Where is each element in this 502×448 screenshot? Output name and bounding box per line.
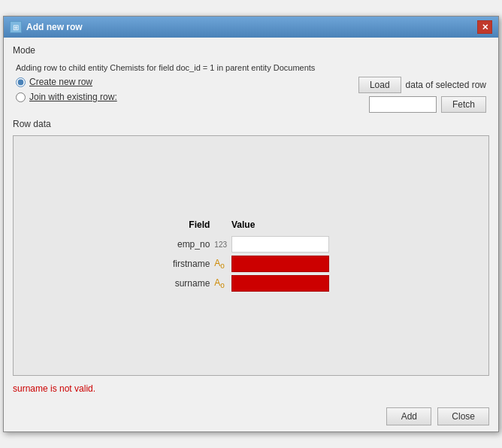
add-button[interactable]: Add: [386, 407, 431, 425]
dialog-icon: ⊞: [10, 21, 22, 33]
fetch-button[interactable]: Fetch: [441, 96, 486, 113]
close-icon-button[interactable]: ✕: [477, 20, 492, 34]
join-row-input[interactable]: [369, 96, 437, 113]
field-type-firstname: Ao: [214, 258, 227, 270]
field-name-firstname: firstname: [173, 259, 210, 269]
fetch-row: Fetch: [369, 96, 486, 113]
dialog-container: ⊞ Add new row ✕ Mode Adding row to child…: [3, 16, 499, 432]
value-input-empno[interactable]: [231, 236, 329, 253]
field-type-surname: Ao: [214, 277, 227, 289]
radio-create-new[interactable]: Create new row: [16, 77, 117, 87]
dialog-title: Add new row: [26, 22, 83, 32]
data-of-selected-row-text: data of selected row: [406, 80, 486, 90]
value-input-surname[interactable]: [231, 275, 329, 292]
radio-create-new-input[interactable]: [16, 77, 26, 87]
mode-label: Mode: [13, 45, 489, 56]
mode-description: Adding row to child entity Chemists for …: [16, 63, 489, 72]
radio-join-existing[interactable]: Join with existing row:: [16, 92, 117, 102]
radio-join-existing-input[interactable]: [16, 92, 26, 102]
load-row: Load data of selected row: [358, 77, 486, 93]
error-message: surname is not valid.: [13, 383, 489, 394]
field-type-empno: 123: [214, 241, 227, 249]
mode-section: Mode Adding row to child entity Chemists…: [13, 45, 489, 113]
row-data-label-section: Row data: [13, 119, 489, 129]
close-button[interactable]: Close: [437, 407, 489, 425]
controls-right: Load data of selected row Fetch: [358, 77, 486, 113]
load-button[interactable]: Load: [358, 77, 401, 93]
row-data-label: Row data: [13, 119, 51, 129]
radio-create-new-label: Create new row: [29, 77, 92, 87]
value-input-firstname[interactable]: [231, 256, 329, 272]
title-bar: ⊞ Add new row ✕: [4, 17, 498, 38]
value-col-header: Value: [231, 219, 329, 233]
field-col-header: Field: [173, 219, 210, 233]
dialog-body: Mode Adding row to child entity Chemists…: [4, 38, 498, 401]
dialog-footer: Add Close: [4, 401, 498, 431]
row-data-section: Field Value emp_no 123 firstname Ao surn…: [13, 135, 489, 376]
radio-join-existing-label: Join with existing row:: [29, 92, 117, 102]
field-name-empno: emp_no: [173, 239, 210, 250]
title-bar-left: ⊞ Add new row: [10, 21, 83, 33]
radio-group: Create new row Join with existing row:: [16, 77, 117, 102]
field-table: Field Value emp_no 123 firstname Ao surn…: [173, 219, 329, 292]
field-name-surname: surname: [173, 278, 210, 289]
